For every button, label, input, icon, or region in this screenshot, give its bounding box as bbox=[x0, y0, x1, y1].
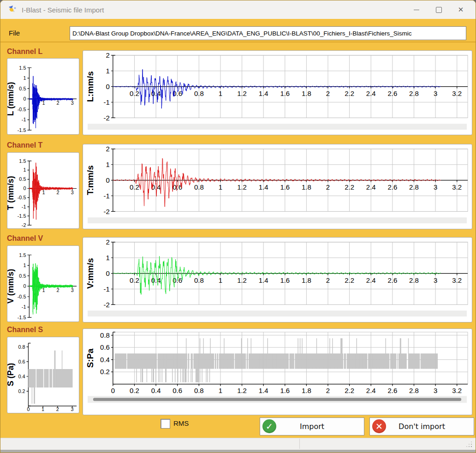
svg-text:1: 1 bbox=[106, 67, 110, 75]
svg-text:2: 2 bbox=[57, 100, 60, 106]
svg-text:1.2: 1.2 bbox=[237, 387, 247, 395]
svg-text:-1: -1 bbox=[104, 286, 110, 293]
svg-text:0.8: 0.8 bbox=[194, 184, 204, 191]
window-bottom-edge bbox=[0, 450, 476, 453]
svg-text:1.4: 1.4 bbox=[259, 387, 268, 395]
svg-text:1: 1 bbox=[219, 277, 222, 284]
file-path-input[interactable] bbox=[70, 26, 466, 40]
svg-text:0.4: 0.4 bbox=[151, 387, 161, 395]
svg-text:2: 2 bbox=[326, 277, 330, 284]
svg-text:0: 0 bbox=[106, 270, 110, 277]
svg-text:1: 1 bbox=[106, 161, 110, 168]
window-seismic-import: I-Blast - Seismic file Import ✕ File Cha… bbox=[0, 0, 476, 453]
dont-import-button[interactable]: ✕ Don't import bbox=[369, 417, 474, 435]
svg-text:T (mm/s): T (mm/s) bbox=[7, 176, 15, 210]
import-button-label: Import bbox=[300, 422, 324, 431]
svg-text:V (mm/s): V (mm/s) bbox=[7, 269, 15, 304]
svg-text:3.2: 3.2 bbox=[452, 184, 462, 191]
svg-text:3: 3 bbox=[71, 287, 74, 293]
channel-L-large-chart: 210-1-20.20.40.60.811.21.41.61.822.22.42… bbox=[83, 51, 472, 135]
channel-T-small-chart: 1.510.50-0.5-1-1.5-2123T (mm/s) bbox=[7, 153, 79, 228]
svg-text:1.6: 1.6 bbox=[280, 90, 290, 97]
svg-text:1.4: 1.4 bbox=[259, 277, 268, 284]
svg-text:0.8: 0.8 bbox=[194, 277, 204, 284]
svg-text:2.8: 2.8 bbox=[409, 90, 419, 97]
svg-text:2: 2 bbox=[326, 387, 330, 395]
svg-text:3: 3 bbox=[71, 190, 74, 195]
svg-text:0.2: 0.2 bbox=[18, 388, 25, 394]
maximize-icon bbox=[436, 7, 442, 13]
channel-V-small-panel: 1.510.50-0.5-1-1.5123V (mm/s) bbox=[7, 245, 79, 322]
channel-V-small-chart: 1.510.50-0.5-1-1.5123V (mm/s) bbox=[7, 246, 79, 322]
svg-text:1.8: 1.8 bbox=[302, 277, 311, 284]
svg-text:0.2: 0.2 bbox=[130, 90, 139, 97]
svg-text:L:mm/s: L:mm/s bbox=[85, 71, 95, 102]
svg-text:0.8: 0.8 bbox=[100, 332, 110, 339]
svg-text:0.8: 0.8 bbox=[18, 344, 25, 350]
svg-text:-2: -2 bbox=[104, 208, 110, 215]
svg-text:1: 1 bbox=[42, 190, 45, 195]
svg-text:1: 1 bbox=[23, 75, 26, 81]
svg-text:0: 0 bbox=[23, 185, 26, 191]
channel-S-title: Channel S bbox=[7, 326, 43, 334]
channel-V-large-chart: 210-1-20.20.40.60.811.21.41.61.822.22.42… bbox=[83, 238, 472, 322]
chart-hscrollbar-thumb[interactable] bbox=[93, 398, 461, 401]
svg-text:3.2: 3.2 bbox=[452, 90, 462, 97]
file-row-divider bbox=[0, 42, 476, 42]
svg-text:1.6: 1.6 bbox=[280, 387, 290, 395]
channel-T-title: Channel T bbox=[7, 141, 42, 149]
svg-text:3: 3 bbox=[434, 184, 437, 191]
svg-text:0.8: 0.8 bbox=[194, 90, 204, 97]
dont-import-button-label: Don't import bbox=[399, 422, 445, 431]
statusbar-divider bbox=[299, 439, 300, 449]
svg-text:0: 0 bbox=[106, 83, 110, 90]
file-label: File bbox=[9, 29, 20, 37]
svg-text:-1: -1 bbox=[104, 99, 110, 106]
svg-text:0.6: 0.6 bbox=[173, 387, 182, 395]
svg-text:2.4: 2.4 bbox=[366, 277, 376, 284]
svg-text:1.6: 1.6 bbox=[280, 277, 290, 284]
svg-text:S (Pa): S (Pa) bbox=[7, 363, 15, 386]
svg-text:2.8: 2.8 bbox=[409, 387, 419, 395]
svg-text:2.2: 2.2 bbox=[345, 90, 354, 97]
import-button[interactable]: ✓ Import bbox=[260, 417, 364, 435]
chart-hscrollbar-track[interactable] bbox=[88, 310, 467, 316]
svg-text:2: 2 bbox=[326, 90, 330, 97]
svg-text:0.2: 0.2 bbox=[130, 277, 139, 284]
window-title: I-Blast - Seismic file Import bbox=[22, 6, 104, 14]
maximize-button[interactable] bbox=[428, 0, 450, 19]
svg-text:1.8: 1.8 bbox=[302, 90, 311, 97]
channel-S-small-chart: 0.80.60.40.20123S (Pa) bbox=[7, 337, 79, 413]
close-icon: ✕ bbox=[458, 6, 464, 14]
svg-text:-0.5: -0.5 bbox=[18, 294, 26, 299]
chart-hscrollbar-track[interactable] bbox=[88, 217, 467, 223]
rms-checkbox[interactable] bbox=[161, 419, 170, 429]
svg-text:0.4: 0.4 bbox=[100, 356, 110, 364]
svg-text:2.2: 2.2 bbox=[345, 387, 354, 395]
svg-text:-0.5: -0.5 bbox=[18, 107, 26, 112]
resize-grip-icon[interactable] bbox=[466, 441, 472, 447]
svg-text:0: 0 bbox=[111, 387, 115, 395]
svg-text:1: 1 bbox=[23, 167, 26, 173]
svg-text:1.6: 1.6 bbox=[280, 184, 290, 191]
channel-S-small-panel: 0.80.60.40.20123S (Pa) bbox=[7, 337, 79, 413]
window-controls: ✕ bbox=[405, 0, 472, 19]
svg-text:2.8: 2.8 bbox=[409, 277, 419, 284]
close-button[interactable]: ✕ bbox=[450, 0, 472, 19]
svg-text:0.2: 0.2 bbox=[130, 184, 139, 191]
svg-text:2: 2 bbox=[106, 52, 110, 59]
svg-text:2.6: 2.6 bbox=[387, 387, 397, 395]
svg-text:3.2: 3.2 bbox=[452, 277, 462, 284]
svg-text:V:mm/s: V:mm/s bbox=[85, 258, 95, 289]
dont-import-x-icon: ✕ bbox=[372, 419, 386, 433]
svg-text:0.6: 0.6 bbox=[100, 344, 110, 351]
svg-text:2.2: 2.2 bbox=[345, 184, 354, 191]
rms-label: RMS bbox=[173, 419, 189, 427]
chart-hscrollbar-track[interactable] bbox=[88, 124, 467, 130]
channel-L-large-panel: 210-1-20.20.40.60.811.21.41.61.822.22.42… bbox=[83, 50, 472, 135]
dialog-body: File Channel L 1.510.50-0.5-1-1.5123L (m… bbox=[0, 19, 476, 438]
svg-text:1.8: 1.8 bbox=[302, 184, 311, 191]
svg-text:2.4: 2.4 bbox=[366, 184, 376, 191]
svg-text:-2: -2 bbox=[22, 222, 26, 228]
minimize-button[interactable] bbox=[405, 0, 428, 19]
